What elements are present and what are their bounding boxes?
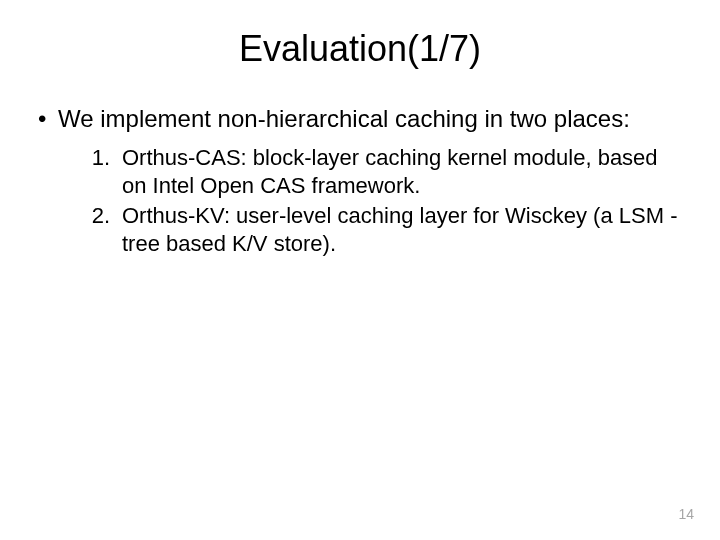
- list-text: Orthus-KV: user-level caching layer for …: [122, 202, 682, 258]
- page-number: 14: [678, 506, 694, 522]
- list-number: 2.: [82, 202, 122, 230]
- slide-title: Evaluation(1/7): [0, 0, 720, 70]
- list-item: 2. Orthus-KV: user-level caching layer f…: [82, 202, 682, 258]
- list-text: Orthus-CAS: block-layer caching kernel m…: [122, 144, 682, 200]
- list-item: 1. Orthus-CAS: block-layer caching kerne…: [82, 144, 682, 200]
- bullet-marker: •: [38, 104, 58, 134]
- bullet-text: We implement non-hierarchical caching in…: [58, 104, 630, 134]
- list-number: 1.: [82, 144, 122, 172]
- bullet-item: • We implement non-hierarchical caching …: [38, 104, 682, 134]
